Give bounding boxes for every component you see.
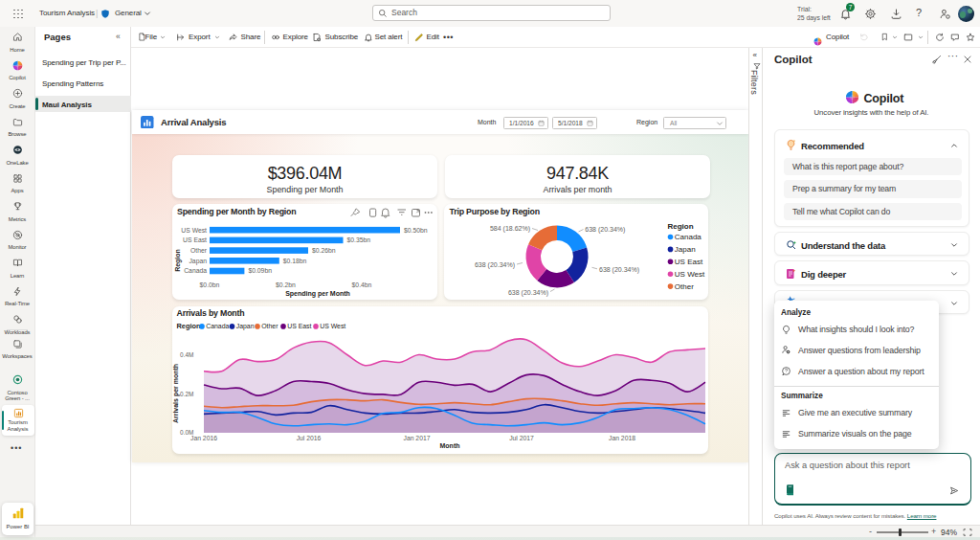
svg-text:Jan 2016: Jan 2016	[190, 435, 217, 441]
svg-text:638 (20.34%): 638 (20.34%)	[599, 265, 639, 273]
svg-text:Region: Region	[177, 322, 202, 330]
svg-text:Canada: Canada	[184, 267, 207, 274]
svg-text:Arrivals by Month: Arrivals by Month	[177, 307, 245, 317]
svg-text:Canada: Canada	[674, 233, 702, 241]
svg-text:638 (20.34%): 638 (20.34%)	[507, 288, 547, 296]
svg-text:Arrivals per month: Arrivals per month	[172, 363, 180, 422]
svg-text:Other: Other	[674, 281, 693, 290]
svg-text:US East: US East	[183, 236, 207, 243]
svg-text:US East: US East	[674, 258, 702, 266]
svg-text:0.4M: 0.4M	[180, 351, 193, 358]
svg-text:US East: US East	[287, 323, 311, 329]
svg-text:Canada: Canada	[206, 323, 229, 329]
svg-text:$0.2bn: $0.2bn	[276, 281, 296, 287]
svg-text:Spending per Month by Region: Spending per Month by Region	[177, 207, 296, 216]
svg-text:$0.0bn: $0.0bn	[200, 281, 220, 287]
svg-text:$0.4bn: $0.4bn	[352, 281, 372, 287]
svg-text:Jul 2017: Jul 2017	[509, 435, 534, 441]
svg-text:$0.26bn: $0.26bn	[312, 247, 336, 254]
svg-text:Other: Other	[261, 323, 278, 329]
svg-text:US West: US West	[181, 226, 207, 233]
svg-text:Region: Region	[667, 222, 693, 231]
svg-text:Region: Region	[174, 249, 182, 272]
svg-text:638 (20.34%): 638 (20.34%)	[585, 226, 625, 234]
svg-text:Trip Purpose by Region: Trip Purpose by Region	[449, 207, 539, 216]
svg-text:Japan: Japan	[236, 323, 255, 330]
svg-text:Jul 2016: Jul 2016	[297, 435, 322, 441]
svg-text:Month: Month	[440, 442, 460, 449]
svg-text:Jan 2017: Jan 2017	[404, 435, 431, 441]
svg-text:$0.18bn: $0.18bn	[283, 257, 307, 263]
svg-text:$0.35bn: $0.35bn	[347, 236, 371, 243]
svg-text:$0.09bn: $0.09bn	[248, 267, 272, 274]
svg-text:$0.50bn: $0.50bn	[404, 226, 428, 233]
svg-text:Other: Other	[190, 247, 208, 254]
svg-text:Japan: Japan	[674, 245, 695, 254]
svg-text:US West: US West	[674, 269, 704, 278]
svg-text:584 (18.62%): 584 (18.62%)	[489, 225, 529, 233]
svg-text:Japan: Japan	[189, 257, 207, 264]
svg-text:0.2M: 0.2M	[180, 390, 193, 396]
svg-text:Spending per Month: Spending per Month	[285, 290, 350, 298]
svg-text:638 (20.34%): 638 (20.34%)	[474, 260, 514, 268]
svg-text:Jan 2018: Jan 2018	[609, 435, 635, 441]
svg-text:US West: US West	[320, 323, 345, 329]
